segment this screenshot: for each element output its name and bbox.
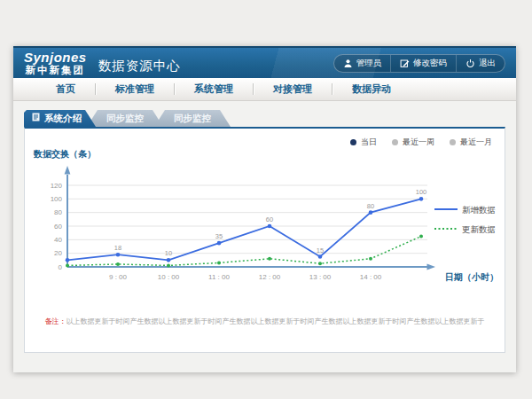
nav-item-3[interactable]: 对接管理 [254,82,332,96]
main-nav: 首页标准管理系统管理对接管理数据异动 [13,78,516,101]
data-point [167,258,171,262]
tab-label: 同步监控 [106,113,144,123]
nav-item-0[interactable]: 首页 [36,82,95,96]
data-point [369,210,373,215]
data-point [268,224,272,229]
y-tick-label: 80 [54,208,62,216]
data-point-label: 10 [165,249,172,257]
power-icon [466,59,475,68]
tab-label: 系统介绍 [44,110,82,127]
data-point [217,241,222,246]
data-point-label: 60 [266,215,273,223]
x-tick-label: 11 : 00 [208,273,230,281]
radio-dot-icon [350,139,356,145]
y-tick-label: 120 [51,182,63,190]
data-point-label: 35 [215,232,223,240]
y-tick-label: 0 [59,263,63,271]
data-point-label: 100 [416,188,427,196]
company-logo: Synjones 新中新集团 [24,51,87,76]
x-axis-title: 日期（小时） [445,272,498,282]
legend-label: 更新数据 [462,224,496,234]
legend-item-更新数据[interactable]: 更新数据 [434,224,496,234]
tab-label: 同步监控 [174,113,211,123]
data-point [116,253,121,257]
nav-item-2[interactable]: 系统管理 [175,82,253,96]
legend-label: 新增数据 [462,205,496,215]
range-filter-label: 最近一周 [403,137,434,148]
data-point [116,262,120,266]
user-menu-item-edit[interactable]: 修改密码 [390,55,456,72]
footnote: 备注：以上数据更新于时间产生数据以上数据更新于时间产生数据以上数据更新于时间产生… [25,317,505,326]
user-menu-label: 管理员 [356,58,382,69]
user-menu: 管理员修改密码退出 [333,54,506,73]
x-tick-label: 13 : 00 [309,273,332,281]
data-point-label: 80 [367,202,374,210]
range-filter-2[interactable]: 最近一月 [450,137,492,148]
data-point [318,262,322,265]
legend-item-新增数据[interactable]: 新增数据 [434,205,496,215]
data-point [268,257,271,261]
nav-item-1[interactable]: 标准管理 [96,82,174,96]
tab-2[interactable]: 同步监控 [154,110,231,127]
y-tick-label: 20 [54,249,62,257]
tab-0-active[interactable]: 系统介绍 [24,110,96,127]
x-tick-label: 9 : 00 [109,273,128,281]
y-tick-label: 60 [54,223,62,231]
radio-dot-icon [392,139,398,145]
app-window: Synjones 新中新集团 数据资源中心 管理员修改密码退出 首页标准管理系统… [13,46,516,372]
data-point [66,263,69,267]
time-range-filters: 当日最近一周最近一月 [350,137,492,148]
document-icon [32,110,40,127]
range-filter-label: 最近一月 [460,137,492,148]
footnote-text: 以上数据更新于时间产生数据以上数据更新于时间产生数据以上数据更新于时间产生数据以… [66,317,485,325]
radio-dot-icon [450,139,456,145]
y-tick-label: 40 [54,236,62,244]
range-filter-1[interactable]: 最近一周 [392,137,434,148]
app-header: Synjones 新中新集团 数据资源中心 管理员修改密码退出 [13,46,516,78]
edit-icon [400,59,410,68]
data-point [369,257,372,261]
data-point [318,254,323,259]
x-tick-label: 14 : 00 [360,273,382,281]
user-menu-item-power[interactable]: 退出 [456,55,505,72]
data-point [419,235,423,239]
footnote-prefix: 备注： [45,317,66,325]
user-menu-item-user[interactable]: 管理员 [334,55,391,72]
data-point-label: 15 [317,246,324,254]
logo-text-cn: 新中新集团 [24,66,87,76]
x-axis-arrow-icon [427,263,436,270]
nav-item-4[interactable]: 数据异动 [332,82,411,96]
page-title: 数据资源中心 [98,58,181,74]
range-filter-label: 当日 [361,137,377,148]
exchange-line-chart: 0204060801001209 : 0010 : 0011 : 0012 : … [30,159,500,301]
y-tick-label: 100 [51,195,63,203]
data-point-label: 18 [114,244,121,252]
range-filter-0[interactable]: 当日 [350,137,377,148]
logo-text-en: Synjones [24,51,87,64]
y-axis-arrow-icon [65,166,71,175]
x-tick-label: 12 : 00 [259,273,281,281]
data-point [419,197,424,201]
user-menu-label: 退出 [479,58,496,69]
data-point [167,263,170,267]
user-icon [343,59,353,68]
data-point [66,258,70,262]
tab-bar: 系统介绍同步监控同步监控 [24,110,516,127]
data-point [217,261,221,264]
user-menu-label: 修改密码 [413,58,447,69]
x-tick-label: 10 : 00 [158,273,180,281]
content-panel: 当日最近一周最近一月 数据交换（条） 0204060801001209 : 00… [24,127,505,353]
tab-1[interactable]: 同步监控 [87,110,163,127]
